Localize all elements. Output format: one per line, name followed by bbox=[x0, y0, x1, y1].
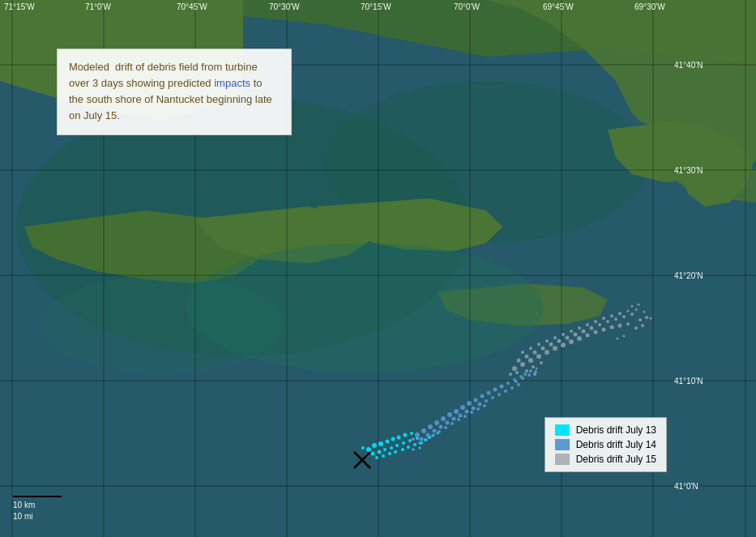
svg-point-47 bbox=[408, 439, 412, 442]
svg-point-41 bbox=[371, 452, 375, 456]
svg-point-128 bbox=[602, 328, 606, 332]
svg-point-142 bbox=[598, 323, 601, 326]
svg-point-87 bbox=[452, 417, 456, 421]
svg-point-120 bbox=[536, 354, 541, 359]
svg-point-157 bbox=[602, 317, 605, 320]
svg-point-125 bbox=[577, 336, 582, 341]
svg-text:71°15'W: 71°15'W bbox=[4, 2, 35, 11]
svg-point-94 bbox=[498, 393, 501, 396]
svg-point-64 bbox=[419, 447, 421, 450]
svg-point-42 bbox=[378, 450, 382, 454]
map-container: 71°15'W 71°0'W 70°45'W 70°30'W 70°15'W 7… bbox=[0, 0, 756, 537]
svg-point-114 bbox=[521, 377, 524, 380]
svg-point-112 bbox=[536, 368, 538, 370]
info-box: Modeled drift of debris field from turbi… bbox=[57, 49, 292, 135]
svg-text:41°10'N: 41°10'N bbox=[674, 377, 703, 386]
svg-text:70°30'W: 70°30'W bbox=[269, 2, 300, 11]
svg-point-165 bbox=[641, 324, 644, 327]
scale-label-mi: 10 mi bbox=[13, 511, 62, 522]
svg-point-172 bbox=[533, 373, 536, 376]
legend-item-july13: Debris drift July 13 bbox=[555, 424, 656, 436]
svg-point-151 bbox=[553, 336, 557, 339]
svg-point-93 bbox=[491, 396, 494, 399]
svg-point-99 bbox=[418, 441, 421, 445]
svg-point-44 bbox=[390, 446, 393, 450]
svg-point-177 bbox=[515, 371, 519, 374]
svg-point-137 bbox=[557, 339, 562, 343]
svg-point-52 bbox=[394, 450, 397, 454]
svg-point-63 bbox=[412, 449, 415, 451]
scale-line-km bbox=[13, 496, 62, 497]
svg-point-134 bbox=[533, 351, 537, 355]
svg-point-46 bbox=[402, 441, 405, 445]
svg-point-100 bbox=[425, 438, 428, 441]
svg-point-89 bbox=[465, 410, 469, 414]
svg-point-92 bbox=[485, 399, 488, 403]
svg-point-110 bbox=[523, 373, 527, 376]
svg-point-73 bbox=[467, 401, 472, 406]
svg-point-156 bbox=[594, 320, 597, 323]
svg-point-71 bbox=[454, 409, 459, 414]
svg-point-149 bbox=[537, 343, 540, 346]
svg-point-124 bbox=[569, 339, 574, 344]
legend-item-july14: Debris drift July 14 bbox=[555, 439, 656, 450]
svg-point-145 bbox=[622, 315, 626, 318]
svg-point-107 bbox=[470, 411, 473, 414]
svg-point-104 bbox=[451, 422, 454, 425]
svg-point-148 bbox=[529, 347, 532, 350]
svg-point-129 bbox=[610, 326, 614, 330]
svg-point-39 bbox=[404, 433, 408, 437]
svg-text:71°0'W: 71°0'W bbox=[85, 2, 112, 11]
svg-point-141 bbox=[590, 326, 594, 330]
svg-point-173 bbox=[525, 369, 528, 373]
svg-point-133 bbox=[525, 355, 529, 359]
svg-point-84 bbox=[433, 429, 437, 433]
svg-point-144 bbox=[614, 318, 617, 321]
svg-point-123 bbox=[561, 343, 566, 347]
legend-color-july14 bbox=[555, 439, 570, 450]
svg-point-131 bbox=[626, 322, 630, 326]
svg-point-119 bbox=[528, 358, 533, 363]
svg-point-69 bbox=[441, 416, 446, 421]
svg-text:70°0'W: 70°0'W bbox=[454, 2, 481, 11]
svg-point-37 bbox=[391, 437, 395, 441]
svg-point-164 bbox=[634, 326, 638, 330]
svg-point-85 bbox=[439, 425, 443, 429]
svg-text:69°30'W: 69°30'W bbox=[634, 2, 665, 11]
svg-point-109 bbox=[483, 404, 486, 407]
svg-point-70 bbox=[447, 412, 452, 417]
svg-point-57 bbox=[361, 446, 365, 450]
svg-point-152 bbox=[562, 333, 565, 336]
svg-point-91 bbox=[478, 403, 482, 407]
legend-label-july14: Debris drift July 14 bbox=[576, 439, 656, 450]
svg-text:70°15'W: 70°15'W bbox=[361, 2, 391, 11]
svg-text:41°0'N: 41°0'N bbox=[674, 482, 698, 491]
scale-label-km: 10 km bbox=[13, 500, 62, 511]
svg-point-40 bbox=[410, 432, 413, 435]
svg-text:69°45'W: 69°45'W bbox=[543, 2, 574, 11]
svg-point-35 bbox=[378, 441, 383, 446]
svg-point-82 bbox=[420, 437, 424, 441]
svg-text:70°45'W: 70°45'W bbox=[177, 2, 207, 11]
svg-point-138 bbox=[566, 336, 570, 340]
legend-label-july13: Debris drift July 13 bbox=[576, 424, 656, 436]
svg-point-117 bbox=[512, 366, 517, 371]
svg-point-122 bbox=[553, 346, 557, 351]
svg-point-146 bbox=[630, 313, 634, 316]
svg-point-150 bbox=[545, 339, 549, 343]
svg-point-175 bbox=[540, 361, 543, 364]
svg-point-96 bbox=[510, 386, 514, 390]
svg-point-50 bbox=[382, 454, 385, 458]
svg-point-130 bbox=[618, 324, 622, 328]
svg-point-45 bbox=[395, 444, 399, 447]
svg-point-113 bbox=[515, 380, 518, 383]
svg-point-161 bbox=[635, 309, 638, 311]
legend-color-july13 bbox=[555, 424, 570, 436]
svg-point-108 bbox=[476, 407, 480, 411]
legend-color-july15 bbox=[555, 454, 570, 465]
svg-point-55 bbox=[413, 443, 416, 446]
svg-point-136 bbox=[549, 343, 553, 347]
svg-point-174 bbox=[532, 365, 535, 369]
svg-point-154 bbox=[578, 326, 581, 330]
svg-point-34 bbox=[372, 443, 377, 448]
